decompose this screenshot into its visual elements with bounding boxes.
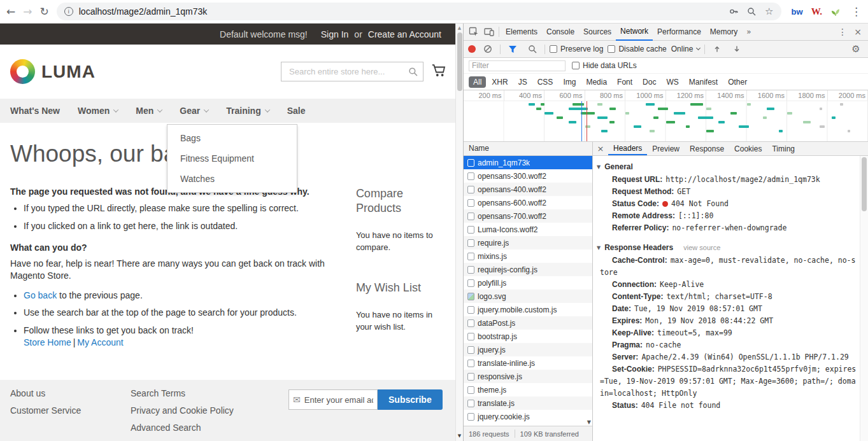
devtools-tab[interactable]: Performance <box>653 24 706 41</box>
request-row[interactable]: translate.js <box>464 396 592 410</box>
device-toolbar-icon[interactable] <box>481 25 497 39</box>
settings-gear-icon[interactable]: ⚙ <box>848 42 864 56</box>
detail-tab[interactable]: Headers <box>608 142 647 155</box>
request-row[interactable]: jquery.js <box>464 343 592 356</box>
hide-data-urls-checkbox[interactable]: Hide data URLs <box>572 61 637 70</box>
dropdown-item[interactable]: Fitness Equipment <box>167 148 297 169</box>
network-filter-input[interactable] <box>469 60 566 71</box>
request-row[interactable]: dataPost.js <box>464 316 592 330</box>
record-icon[interactable] <box>468 45 476 53</box>
back-icon[interactable]: ← <box>6 6 15 17</box>
devtools-tab[interactable]: Console <box>542 24 579 41</box>
page-scrollbar[interactable]: ▲ ▼ <box>455 24 463 441</box>
scrollbar-thumb[interactable] <box>862 157 867 211</box>
export-har-icon[interactable] <box>729 42 744 56</box>
filter-pill[interactable]: Media <box>581 76 611 88</box>
filter-pill[interactable]: WS <box>662 76 683 88</box>
request-row[interactable]: opensans-400.woff2 <box>464 183 592 196</box>
cart-icon[interactable] <box>431 63 446 78</box>
dropdown-item[interactable]: Watches <box>167 169 297 189</box>
nav-item[interactable]: Men <box>127 99 171 123</box>
name-column-header[interactable]: Name <box>464 142 592 156</box>
my-account-link[interactable]: My Account <box>77 337 123 347</box>
filter-funnel-icon[interactable] <box>505 42 520 56</box>
devtools-tab[interactable]: Network <box>616 24 653 41</box>
import-har-icon[interactable] <box>709 42 725 56</box>
request-row[interactable]: polyfill.js <box>464 276 592 290</box>
nav-item[interactable]: Women <box>69 99 127 123</box>
scroll-down-icon[interactable]: ▼ <box>456 433 463 438</box>
request-row[interactable]: requirejs-config.js <box>464 263 592 276</box>
nav-item[interactable]: Sale <box>278 99 315 123</box>
filter-pill[interactable]: All <box>469 76 486 88</box>
extension-bw-icon[interactable]: bw <box>792 7 803 17</box>
request-row[interactable]: logo.svg <box>464 290 592 303</box>
preserve-log-checkbox[interactable]: Preserve log <box>550 45 603 53</box>
checkbox-icon[interactable] <box>608 45 615 53</box>
newsletter-email-input[interactable] <box>304 395 373 405</box>
footer-link[interactable]: About us <box>10 388 131 398</box>
filter-pill[interactable]: JS <box>514 76 532 88</box>
checkbox-icon[interactable] <box>572 62 580 69</box>
more-tabs-icon[interactable]: » <box>742 24 755 41</box>
view-source-link[interactable]: view source <box>683 244 720 251</box>
create-account-link[interactable]: Create an Account <box>368 29 441 39</box>
request-row[interactable]: translate-inline.js <box>464 356 592 370</box>
luma-logo[interactable]: LUMA <box>10 59 96 84</box>
inspect-icon[interactable] <box>466 25 481 39</box>
detail-tab[interactable]: Cookies <box>729 142 767 155</box>
response-headers-section-header[interactable]: ▼ Response Headers view source <box>593 242 859 255</box>
request-row[interactable]: mixins.js <box>464 249 592 263</box>
filter-pill[interactable]: Font <box>613 76 637 88</box>
detail-tab[interactable]: Timing <box>767 142 800 155</box>
request-row[interactable]: theme.js <box>464 383 592 396</box>
detail-scrollbar[interactable] <box>860 156 868 441</box>
address-bar[interactable]: i localhost/mage2/admin_1qm73k ☆ <box>57 3 781 20</box>
clear-icon[interactable] <box>480 42 495 56</box>
nav-item[interactable]: Training <box>217 99 278 123</box>
url-text[interactable]: localhost/mage2/admin_1qm73k <box>79 6 723 17</box>
filter-pill[interactable]: Img <box>559 76 580 88</box>
request-row[interactable]: require.js <box>464 236 592 249</box>
go-back-link[interactable]: Go back <box>24 290 57 300</box>
page-info-icon[interactable]: i <box>64 7 73 16</box>
request-row[interactable]: jquery.mobile.custom.js <box>464 303 592 316</box>
extension-leaf-icon[interactable] <box>830 6 841 17</box>
request-row[interactable]: Luma-Icons.woff2 <box>464 223 592 236</box>
filter-pill[interactable]: Doc <box>638 76 660 88</box>
password-key-icon[interactable] <box>729 7 738 16</box>
extension-w-icon[interactable]: W. <box>811 6 822 17</box>
dropdown-item[interactable]: Bags <box>167 128 297 148</box>
refresh-icon[interactable]: ↻ <box>40 6 49 17</box>
nav-item[interactable]: Gear <box>171 99 217 123</box>
request-row[interactable]: jquery.cookie.js <box>464 410 592 423</box>
store-search-input[interactable] <box>289 67 404 76</box>
nav-item[interactable]: What's New <box>1 99 69 123</box>
filter-pill[interactable]: Other <box>723 76 751 88</box>
devtools-close-icon[interactable]: × <box>850 25 865 39</box>
close-detail-icon[interactable]: × <box>593 144 608 153</box>
store-home-link[interactable]: Store Home <box>24 337 71 347</box>
devtools-tab[interactable]: Sources <box>579 24 616 41</box>
disable-cache-checkbox[interactable]: Disable cache <box>608 45 666 53</box>
devtools-tab[interactable]: Elements <box>501 24 542 41</box>
footer-link[interactable]: Advanced Search <box>131 423 288 433</box>
search-icon[interactable] <box>408 67 418 76</box>
general-section-header[interactable]: ▼ General <box>593 161 859 174</box>
network-overview[interactable]: 200 ms400 ms600 ms800 ms1000 ms1200 ms14… <box>464 90 868 142</box>
request-row[interactable]: opensans-300.woff2 <box>464 169 592 183</box>
request-row[interactable]: admin_1qm73k <box>464 156 592 169</box>
footer-link[interactable]: Search Terms <box>131 388 288 398</box>
request-row[interactable]: responsive.js <box>464 370 592 383</box>
request-row[interactable]: bootstrap.js <box>464 330 592 343</box>
forward-icon[interactable]: → <box>23 6 32 17</box>
list-scroll-down-icon[interactable]: ▼ <box>587 419 591 425</box>
request-row[interactable]: opensans-600.woff2 <box>464 196 592 209</box>
devtools-tab[interactable]: Memory <box>706 24 742 41</box>
bookmark-star-icon[interactable]: ☆ <box>765 7 773 17</box>
devtools-menu-icon[interactable]: ⋮ <box>835 25 850 39</box>
filter-pill[interactable]: CSS <box>533 76 558 88</box>
detail-tab[interactable]: Preview <box>647 142 685 155</box>
scrollbar-thumb[interactable] <box>457 32 462 91</box>
sign-in-link[interactable]: Sign In <box>321 29 349 39</box>
